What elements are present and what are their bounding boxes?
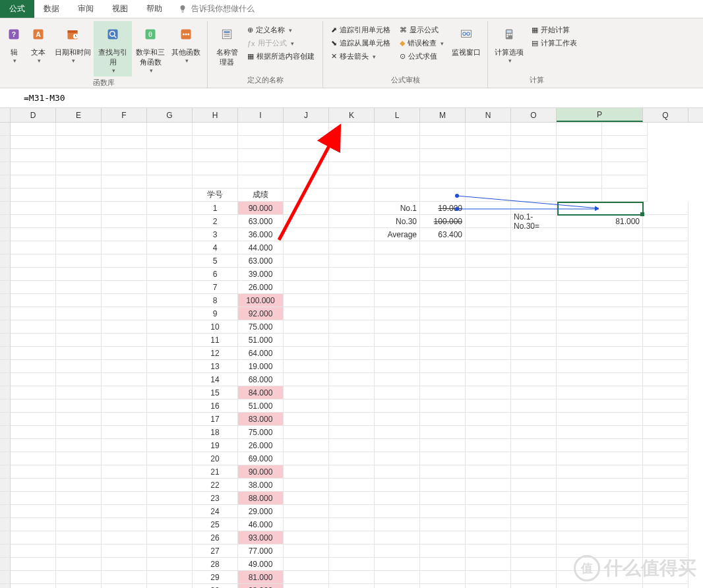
cell[interactable] (557, 413, 643, 426)
cell[interactable] (557, 584, 643, 588)
cell[interactable] (643, 426, 688, 439)
cell[interactable] (511, 136, 557, 149)
cell[interactable] (511, 307, 557, 320)
cell[interactable]: 18 (193, 426, 238, 439)
cell[interactable] (511, 281, 557, 294)
btn-text[interactable]: A 文本▾ (25, 21, 51, 76)
cell[interactable] (420, 426, 466, 439)
cell[interactable] (147, 189, 193, 202)
cell[interactable] (557, 162, 602, 175)
cell[interactable] (147, 439, 193, 452)
cell[interactable] (643, 268, 688, 281)
cell[interactable] (11, 281, 56, 294)
cell[interactable]: 30 (193, 584, 238, 588)
cell[interactable] (329, 202, 375, 215)
cell[interactable]: 93.000 (238, 584, 284, 588)
cell[interactable] (102, 465, 147, 479)
cell[interactable] (511, 399, 557, 413)
btn-trace-dependents[interactable]: ⬊追踪从属单元格 (327, 37, 394, 49)
cell[interactable] (420, 399, 466, 413)
cell[interactable] (511, 334, 557, 347)
cell[interactable] (329, 175, 375, 189)
cell[interactable] (11, 241, 56, 254)
cell[interactable] (375, 531, 420, 544)
cell[interactable] (56, 268, 102, 281)
cell[interactable]: 64.000 (238, 347, 284, 360)
cell[interactable] (147, 294, 193, 307)
cell[interactable] (102, 202, 147, 215)
cell[interactable] (193, 136, 238, 149)
cell[interactable] (11, 492, 56, 505)
cell[interactable] (329, 360, 375, 373)
cell[interactable] (466, 215, 511, 228)
cell[interactable] (466, 518, 511, 531)
cell[interactable] (375, 479, 420, 492)
cell[interactable] (557, 399, 643, 413)
cell[interactable]: 6 (193, 268, 238, 281)
cell[interactable]: 7 (193, 281, 238, 294)
cell[interactable] (511, 505, 557, 518)
cell[interactable] (602, 149, 648, 162)
cell[interactable] (102, 175, 147, 189)
cell[interactable] (420, 334, 466, 347)
tab-view[interactable]: 视图 (103, 0, 137, 18)
cell[interactable]: 19.000 (238, 360, 284, 373)
cell[interactable] (420, 149, 466, 162)
cell[interactable] (329, 268, 375, 281)
cell[interactable] (11, 228, 56, 241)
cell[interactable] (466, 505, 511, 518)
cell[interactable] (102, 334, 147, 347)
cell[interactable] (511, 294, 557, 307)
cell[interactable]: 75.000 (238, 426, 284, 439)
cell[interactable] (511, 373, 557, 386)
cell[interactable]: 81.000 (238, 571, 284, 584)
btn-use-in-formula[interactable]: ƒx用于公式▾ (243, 37, 319, 49)
cell[interactable] (284, 175, 329, 189)
tab-data[interactable]: 数据 (34, 0, 69, 18)
cell[interactable]: 1 (193, 202, 238, 215)
cell[interactable] (147, 215, 193, 228)
cell[interactable] (238, 149, 284, 162)
cell[interactable] (420, 123, 466, 136)
cell[interactable]: No.1-No.30= (511, 215, 557, 228)
cell[interactable]: 学号 (193, 189, 238, 202)
btn-lookup[interactable]: 查找与引用▾ (94, 21, 132, 76)
cell[interactable] (420, 373, 466, 386)
formula-input[interactable] (4, 90, 699, 105)
cell[interactable] (284, 518, 329, 531)
cell[interactable] (511, 584, 557, 588)
cell[interactable] (102, 452, 147, 465)
cell[interactable] (284, 399, 329, 413)
cell[interactable] (11, 347, 56, 360)
cell[interactable] (643, 294, 688, 307)
cell[interactable] (329, 189, 375, 202)
cell[interactable] (284, 136, 329, 149)
cell[interactable] (420, 268, 466, 281)
cell[interactable] (284, 149, 329, 162)
cell[interactable] (602, 189, 648, 202)
cell[interactable] (375, 373, 420, 386)
cell[interactable] (466, 399, 511, 413)
cell[interactable] (329, 413, 375, 426)
cell[interactable] (193, 149, 238, 162)
cell[interactable] (56, 439, 102, 452)
cell[interactable] (329, 465, 375, 479)
cell[interactable] (375, 439, 420, 452)
cell[interactable] (11, 479, 56, 492)
cell[interactable] (56, 544, 102, 558)
cell[interactable] (147, 228, 193, 241)
cell[interactable] (643, 399, 688, 413)
cell[interactable] (102, 123, 147, 136)
tell-me[interactable]: 告诉我你想做什么 (171, 0, 261, 18)
cell[interactable] (511, 162, 557, 175)
cell[interactable] (375, 294, 420, 307)
cell[interactable] (11, 386, 56, 399)
cell[interactable] (56, 531, 102, 544)
cell[interactable] (56, 518, 102, 531)
cell[interactable] (329, 399, 375, 413)
cell[interactable] (420, 175, 466, 189)
cell[interactable] (11, 531, 56, 544)
cell[interactable] (420, 439, 466, 452)
cell[interactable] (329, 334, 375, 347)
cell[interactable] (420, 544, 466, 558)
